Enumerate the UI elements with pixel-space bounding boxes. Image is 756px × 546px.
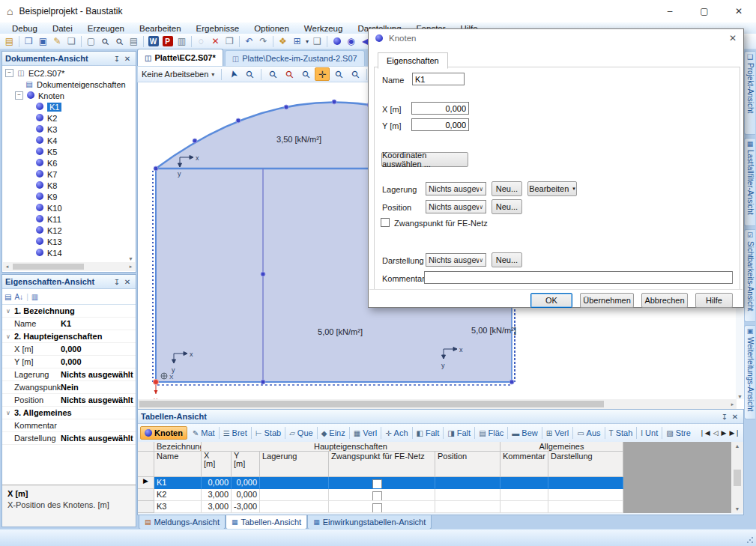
save-icon[interactable]: ▣ — [36, 35, 50, 48]
tab-platte-ec2[interactable]: ◫ Platte\EC2.S07* — [137, 49, 223, 66]
scroll-right-icon[interactable]: ▸ — [728, 401, 737, 407]
canvas-horizontal-scrollbar[interactable]: ▸ — [138, 399, 737, 409]
position-select[interactable]: Nichts ausgewä∨ — [426, 200, 486, 213]
cell-name[interactable]: K1 — [154, 477, 202, 489]
scroll-right-icon[interactable]: ▸ — [127, 264, 135, 270]
lagerung-neu-button[interactable]: Neu... — [492, 181, 522, 196]
copy-icon[interactable]: ❐ — [223, 35, 237, 48]
table-tab-verl[interactable]: ▦Verl — [350, 427, 381, 439]
darstellung-neu-button[interactable]: Neu... — [492, 252, 522, 267]
cell-kommentar[interactable] — [501, 489, 548, 501]
nav-last-icon[interactable]: ▶❘ — [730, 429, 740, 437]
tree-node-k12[interactable]: K12 — [5, 225, 136, 236]
table-tab-unt[interactable]: IUnt — [637, 427, 662, 439]
zwangspunkt-checkbox[interactable] — [381, 218, 390, 227]
table-tab-einz[interactable]: ◆Einz — [318, 427, 350, 439]
uebernehmen-button[interactable]: Übernehmen — [580, 293, 634, 308]
zoom-out-icon[interactable]: ⚲ — [296, 64, 316, 85]
column-header-y[interactable]: Y[m] — [232, 452, 260, 477]
caret-down-icon[interactable]: ▾ — [211, 71, 214, 78]
y-field[interactable] — [411, 118, 469, 131]
table-tab-stab[interactable]: ⊢Stab — [252, 427, 285, 439]
tree-node-docprops[interactable]: ▤ Dokumenteigenschaften — [5, 79, 136, 90]
abbrechen-button[interactable]: Abbrechen — [641, 293, 688, 308]
tree-node-k9[interactable]: K9 — [5, 191, 136, 202]
column-header-x[interactable]: X[m] — [202, 452, 232, 477]
expander-icon[interactable]: − — [15, 91, 23, 100]
scroll-thumb[interactable] — [13, 264, 84, 270]
close-panel-icon[interactable]: ✕ — [122, 55, 133, 63]
table-tab-falt2[interactable]: ◨Falt — [444, 427, 475, 439]
tab-sichtbarkeits-ansicht[interactable]: ☑ Sichtbarkeits-Ansicht — [744, 229, 755, 322]
tab-lastfallfilter-ansicht[interactable]: ▦ Lastfallfilter-Ansicht — [744, 138, 755, 226]
hilfe-button[interactable]: Hilfe — [695, 293, 733, 308]
darstellung-select[interactable]: Nichts ausgewä∨ — [426, 253, 486, 267]
table-tab-flaec[interactable]: ▤Fläc — [475, 427, 508, 439]
property-category[interactable]: ∨1. Bezeichnung — [2, 305, 136, 318]
minimize-button[interactable]: – — [653, 0, 687, 22]
tree-node-knoten-group[interactable]: − Knoten — [5, 90, 136, 101]
property-category[interactable]: ∨2. Haupteigenschaften — [2, 330, 136, 343]
column-header-lagerung[interactable]: Lagerung — [260, 452, 329, 477]
menu-optionen[interactable]: Optionen — [247, 24, 297, 33]
maximize-button[interactable]: ▢ — [687, 0, 722, 22]
tab-platte-decke[interactable]: ◫ Platte\Decke-im-Zustand-2.S07 — [225, 50, 365, 66]
table-tab-stre[interactable]: ▨Stre — [662, 427, 695, 439]
tree-node-k2[interactable]: K2 — [5, 112, 136, 124]
scroll-up-icon[interactable]: ▲ — [734, 443, 742, 449]
view-options-caret-icon[interactable]: ▾ — [304, 35, 310, 48]
cell-zwangspunkt[interactable] — [329, 489, 435, 501]
sort-az-icon[interactable]: A↓ — [14, 293, 23, 301]
cell-darstellung[interactable] — [548, 501, 623, 513]
dialog-title-bar[interactable]: Knoten ✕ — [369, 29, 743, 47]
cell-y[interactable]: 0,000 — [232, 477, 260, 489]
cell-zwangspunkt[interactable] — [329, 501, 435, 513]
zoom-previous-icon[interactable]: ⚲ — [345, 64, 366, 85]
nav-next-icon[interactable]: ▶ — [722, 429, 727, 437]
view-options-icon[interactable]: ⊞ — [290, 35, 304, 48]
table-tab-bret[interactable]: ☰Bret — [220, 427, 252, 439]
table-tab-stah[interactable]: TStah — [605, 427, 638, 439]
workplane-dropdown[interactable]: Keine Arbeitseben — [142, 70, 208, 79]
table-tab-verl2[interactable]: ⊞Verl — [542, 427, 573, 439]
table-vertical-scrollbar[interactable]: ▲ ▼ — [731, 442, 743, 513]
tab-eigenschaften[interactable]: Eigenschaften — [378, 52, 448, 69]
pin-icon[interactable]: ↧ — [112, 55, 122, 63]
open-project-icon[interactable]: ❒ — [22, 35, 36, 48]
table-row-k2[interactable]: K2 3,000 0,000 — [138, 489, 623, 501]
tree-horizontal-scrollbar[interactable]: ◂ ▸ — [3, 262, 135, 271]
close-panel-icon[interactable]: ✕ — [122, 278, 133, 286]
tab-einwirkungstabellen-ansicht[interactable]: ▦Einwirkungstabellen-Ansicht — [307, 515, 432, 530]
save-edit-icon[interactable]: ✎ — [50, 35, 64, 48]
menu-ergebnisse[interactable]: Ergebnisse — [189, 24, 247, 33]
export-word-icon[interactable]: W — [146, 35, 160, 48]
table-tab-falt1[interactable]: ◧Falt — [413, 427, 444, 439]
tree-node-k14[interactable]: K14 — [5, 247, 136, 258]
categorized-icon[interactable]: ▤ — [4, 293, 11, 301]
checkbox[interactable] — [372, 479, 382, 489]
cell-kommentar[interactable] — [501, 477, 548, 489]
position-neu-button[interactable]: Neu... — [492, 199, 522, 214]
table-tab-que[interactable]: ▱Que — [285, 427, 318, 439]
scroll-thumb[interactable] — [139, 401, 604, 407]
scroll-down-icon[interactable]: ▼ — [127, 256, 135, 261]
cell-x[interactable]: 3,000 — [202, 489, 232, 501]
nav-first-icon[interactable]: ❘◀ — [699, 429, 710, 437]
menu-debug[interactable]: Debug — [4, 24, 45, 33]
scroll-left-icon[interactable]: ◂ — [3, 264, 11, 270]
export-pdf-icon[interactable]: P — [160, 35, 175, 48]
property-row[interactable]: X [m]0,000 — [2, 343, 136, 356]
name-field[interactable] — [412, 73, 465, 85]
tree-node-k7[interactable]: K7 — [5, 169, 136, 180]
tree-node-k4[interactable]: K4 — [5, 135, 136, 146]
property-row[interactable]: Kommentar — [2, 419, 136, 432]
table-row-k3[interactable]: K3 3,000 -3,000 — [138, 501, 623, 513]
menu-erzeugen[interactable]: Erzeugen — [80, 24, 132, 33]
tree-node-k3[interactable]: K3 — [5, 124, 136, 135]
koordinaten-auswaehlen-button[interactable]: Koordinaten auswählen ... — [381, 152, 468, 167]
delete-icon[interactable]: ✕ — [208, 35, 223, 48]
cell-lagerung[interactable] — [260, 477, 329, 489]
node-select-icon[interactable]: ◉ — [344, 35, 358, 48]
tab-projekt-ansicht[interactable]: ❑ Projekt-Ansicht — [744, 51, 755, 135]
export-text-icon[interactable]: ▥ — [175, 35, 189, 48]
